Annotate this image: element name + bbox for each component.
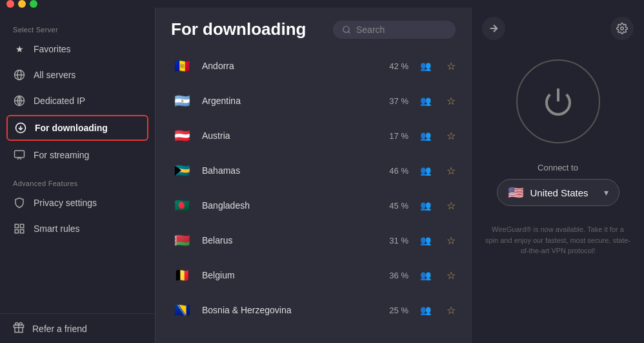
server-load: 25 % [389,306,408,315]
flag-belarus: 🇧🇾 [171,229,193,251]
top-icons [472,17,644,40]
arrow-button[interactable] [482,17,505,40]
search-input[interactable] [356,25,447,35]
flag-bahamas: 🇧🇸 [171,160,193,182]
sidebar-item-label: Smart rules [34,223,80,234]
server-load: 31 % [389,236,408,245]
flag-andorra: 🇦🇩 [171,55,193,77]
country-selector[interactable]: 🇺🇸 United States ▾ [497,179,619,206]
table-row[interactable]: 🇧🇾 Belarus 31 % 👥 ☆ [161,223,466,258]
svg-rect-7 [15,151,25,158]
users-icon: 👥 [420,130,431,141]
sidebar-item-all-servers[interactable]: All servers [0,62,155,88]
settings-button[interactable] [610,17,634,40]
users-icon: 👥 [420,270,431,280]
flag-bosnia: 🇧🇦 [171,299,193,321]
gear-icon [616,23,628,34]
favorite-star[interactable]: ☆ [447,165,456,177]
favorite-star[interactable]: ☆ [447,60,456,72]
minimize-button[interactable] [18,0,26,8]
server-load: 45 % [389,201,408,211]
flag-austria: 🇦🇹 [171,125,193,147]
svg-point-17 [621,27,624,30]
favorite-star[interactable]: ☆ [447,95,456,107]
table-row[interactable]: 🇦🇹 Austria 17 % 👥 ☆ [161,118,466,153]
power-button[interactable] [516,59,600,143]
arrow-right-icon [488,23,499,34]
server-name: Bangladesh [202,200,380,211]
table-row[interactable]: 🇦🇷 Argentina 37 % 👥 ☆ [161,83,466,118]
server-name: Belgium [202,270,380,280]
sidebar: Select Server ★ Favorites All servers De… [0,8,155,343]
refer-a-friend-button[interactable]: Refer a friend [0,313,155,343]
rules-icon [13,222,26,235]
server-name: Bosnia & Herzegovina [202,305,380,315]
svg-rect-10 [15,230,18,233]
favorite-star[interactable]: ☆ [447,269,456,282]
main-panel: For downloading 🇦🇩 Andorra 42 % 👥 ☆ 🇦🇷 A… [155,8,471,343]
search-bar[interactable] [333,21,456,39]
sidebar-item-label: All servers [34,70,75,80]
sidebar-item-label: Favorites [34,44,71,54]
favorite-star[interactable]: ☆ [447,234,456,247]
sidebar-item-smart-rules[interactable]: Smart rules [0,216,155,242]
sidebar-item-for-streaming[interactable]: For streaming [0,142,155,168]
gift-icon [13,322,25,335]
flag-bangladesh: 🇧🇩 [171,194,193,216]
server-name: Belarus [202,235,380,245]
close-button[interactable] [6,0,14,8]
users-icon: 👥 [420,200,431,211]
connect-to-label: Connect to [538,163,578,172]
svg-rect-8 [15,224,18,227]
sidebar-item-label: For downloading [35,123,108,133]
svg-rect-11 [21,230,24,233]
advanced-features-label: Advanced Features [0,174,155,190]
users-icon: 👥 [420,61,431,71]
sidebar-item-favorites[interactable]: ★ Favorites [0,36,155,62]
shield-icon [13,196,26,209]
table-row[interactable]: 🇦🇩 Andorra 42 % 👥 ☆ [161,48,466,83]
chevron-down-icon: ▾ [604,187,609,198]
maximize-button[interactable] [30,0,37,8]
svg-point-14 [343,26,349,32]
sidebar-item-privacy-settings[interactable]: Privacy settings [0,190,155,216]
server-load: 17 % [389,131,408,141]
flag-belgium: 🇧🇪 [171,264,193,286]
download-icon [14,121,27,134]
sidebar-item-for-downloading[interactable]: For downloading [6,115,148,141]
country-flag: 🇺🇸 [508,185,524,200]
dedicated-ip-icon [13,94,26,107]
wireguard-text: WireGuard® is now available. Take it for… [472,224,644,256]
users-icon: 👥 [420,305,431,315]
globe-icon [13,68,26,81]
sidebar-item-label: Dedicated IP [34,96,85,106]
server-load: 42 % [389,61,408,71]
server-name: Austria [202,130,380,141]
svg-rect-9 [21,224,24,227]
table-row[interactable]: 🇧🇸 Bahamas 46 % 👥 ☆ [161,153,466,188]
users-icon: 👥 [420,96,431,106]
server-name: Andorra [202,61,380,71]
power-icon [543,86,574,117]
flag-argentina: 🇦🇷 [171,90,193,112]
users-icon: 👥 [420,165,431,176]
sidebar-item-label: Privacy settings [34,198,97,208]
users-icon: 👥 [420,235,431,245]
main-header: For downloading [156,8,471,48]
streaming-icon [13,149,26,161]
star-icon: ★ [13,43,26,56]
country-selector-left: 🇺🇸 United States [508,185,589,200]
titlebar [0,0,644,8]
sidebar-item-dedicated-ip[interactable]: Dedicated IP [0,88,155,114]
server-load: 36 % [389,271,408,280]
table-row[interactable]: 🇧🇦 Bosnia & Herzegovina 25 % 👥 ☆ [161,293,466,327]
favorite-star[interactable]: ☆ [447,200,456,212]
table-row[interactable]: 🇧🇩 Bangladesh 45 % 👥 ☆ [161,188,466,223]
favorite-star[interactable]: ☆ [447,304,456,317]
svg-line-15 [348,31,350,33]
server-name: Bahamas [202,165,380,176]
table-row[interactable]: 🇧🇪 Belgium 36 % 👥 ☆ [161,258,466,293]
country-name: United States [530,187,589,198]
server-list: 🇦🇩 Andorra 42 % 👥 ☆ 🇦🇷 Argentina 37 % 👥 … [156,48,471,343]
favorite-star[interactable]: ☆ [447,130,456,142]
